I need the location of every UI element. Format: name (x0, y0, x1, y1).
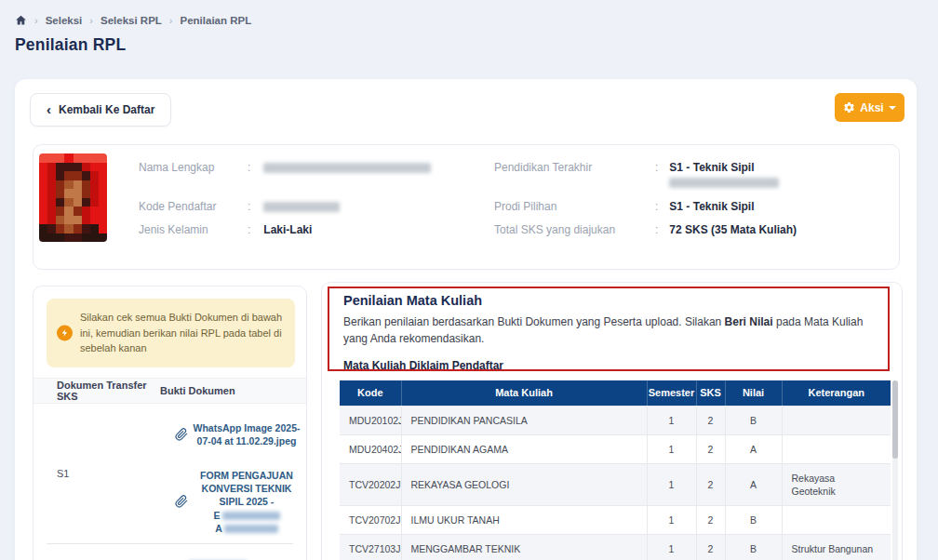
table-cell: B (725, 535, 782, 560)
breadcrumb-separator: › (89, 15, 93, 26)
redacted-value (222, 512, 280, 520)
table-cell: 1 (647, 506, 696, 535)
header-sks: SKS (696, 380, 725, 406)
table-cell: TCV20702J (340, 506, 401, 535)
table-cell: A (725, 434, 782, 463)
table-cell (782, 506, 891, 535)
table-scrollbar[interactable] (892, 380, 898, 560)
info-alert: Silakan cek semua Bukti Dokumen di bawah… (47, 299, 295, 367)
table-cell: 2 (696, 434, 725, 463)
table-cell: B (725, 406, 782, 434)
aksi-button-label: Aksi (860, 101, 883, 114)
assessment-panel: Penilaian Mata Kuliah Berikan penilaian … (321, 282, 903, 560)
table-cell: TCV27103J (340, 535, 401, 560)
table-cell: Struktur Bangunan (782, 535, 891, 560)
breadcrumb-separator: › (169, 15, 173, 26)
header-nilai: Nilai (725, 380, 782, 406)
divider (47, 543, 293, 544)
table-row: MDU20102JPENDIDIKAN PANCASILA12B (340, 406, 891, 434)
home-icon[interactable] (15, 14, 27, 26)
table-cell: 2 (696, 535, 725, 560)
breadcrumb-item-current: Penilaian RPL (181, 15, 252, 26)
table-cell: 1 (647, 463, 696, 505)
field-prodi-pilihan: Prodi Pilihan : S1 - Teknik Sipil (494, 200, 754, 213)
table-row: TCV20202JREKAYASA GEOLOGI12ARekayasa Geo… (340, 463, 891, 505)
table-cell: 2 (696, 406, 725, 434)
table-row: MDU20402JPENDIDIKAN AGAMA12A (340, 434, 891, 463)
scrollbar-thumb[interactable] (892, 380, 898, 459)
field-pendidikan-terakhir: Pendidikan Terakhir : S1 - Teknik Sipil (494, 161, 779, 188)
redacted-value (224, 525, 278, 533)
document-link-whatsapp-image[interactable]: WhatsApp Image 2025-07-04 at 11.02.29.jp… (175, 421, 302, 447)
lightbulb-icon (57, 325, 73, 340)
table-cell: 1 (647, 434, 696, 463)
field-kode-pendaftar: Kode Pendaftar : (139, 200, 340, 213)
table-cell: ILMU UKUR TANAH (401, 506, 647, 535)
document-link-label: FORM PENGAJUAN KONVERSI TEKNIK SIPIL 202… (192, 469, 302, 535)
documents-panel: Silakan cek semua Bukti Dokumen di bawah… (33, 286, 307, 560)
header-semester: Semester (647, 380, 696, 406)
assessment-title: Penilaian Mata Kuliah (343, 293, 482, 308)
applicant-profile-card: Nama Lengkap : Kode Pendaftar : Jenis Ke… (33, 144, 900, 270)
penilaian-rpl-page: › Seleksi › Seleksi RPL › Penilaian RPL … (0, 0, 938, 560)
document-link-label: WhatsApp Image 2025-07-04 at 11.02.29.jp… (192, 421, 302, 447)
paperclip-icon (175, 495, 188, 508)
chevron-left-icon: ‹ (47, 102, 51, 116)
table-cell: 1 (647, 406, 696, 434)
transfer-level-label: S1 (57, 468, 69, 479)
table-cell: A (725, 463, 782, 505)
header-kode: Kode (340, 380, 401, 406)
content-card: ‹ Kembali Ke Daftar Aksi Nama Lengkap : … (15, 79, 917, 560)
gear-icon (843, 101, 855, 113)
table-cell: 2 (696, 463, 725, 505)
table-cell: REKAYASA GEOLOGI (401, 463, 647, 505)
redacted-value (263, 163, 431, 173)
table-cell: MENGGAMBAR TEKNIK (401, 535, 647, 560)
redacted-value (669, 178, 779, 188)
table-cell: MDU20402J (340, 434, 401, 463)
table-row: TCV20702JILMU UKUR TANAH12B (340, 506, 891, 535)
chevron-down-icon (889, 106, 896, 110)
header-keterangan: Keterangan (782, 380, 891, 406)
table-cell (782, 434, 891, 463)
redacted-value (263, 202, 340, 212)
assessment-description: Berikan penilaian berdasarkan Bukti Doku… (343, 313, 876, 347)
field-total-sks: Total SKS yang diajukan : 72 SKS (35 Mat… (494, 223, 797, 236)
table-cell: PENDIDIKAN AGAMA (401, 434, 647, 463)
partial-next-row (188, 556, 248, 560)
documents-table-header: Dokumen Transfer SKS Bukti Dokumen (34, 378, 306, 404)
breadcrumb-separator: › (34, 15, 38, 26)
paperclip-icon (175, 428, 188, 441)
breadcrumb: › Seleksi › Seleksi RPL › Penilaian RPL (15, 14, 251, 26)
course-table-wrap: Kode Mata Kuliah Semester SKS Nilai Kete… (340, 380, 891, 560)
table-cell: Rekayasa Geoteknik (782, 463, 891, 505)
applicant-photo (39, 153, 107, 242)
table-cell: 2 (696, 506, 725, 535)
claimed-courses-subtitle: Mata Kuliah Diklaim Pendaftar (343, 359, 503, 372)
field-jenis-kelamin: Jenis Kelamin : Laki-Laki (139, 223, 312, 236)
table-cell: 1 (647, 535, 696, 560)
table-cell: MDU20102J (340, 406, 401, 434)
table-header-row: Kode Mata Kuliah Semester SKS Nilai Kete… (340, 380, 891, 406)
table-cell: B (725, 506, 782, 535)
course-table: Kode Mata Kuliah Semester SKS Nilai Kete… (340, 380, 891, 560)
table-row: TCV27103JMENGGAMBAR TEKNIK12BStruktur Ba… (340, 535, 891, 560)
breadcrumb-item-seleksi[interactable]: Seleksi (46, 15, 83, 26)
column-dokumen-transfer: Dokumen Transfer SKS (34, 380, 160, 402)
course-table-body: MDU20102JPENDIDIKAN PANCASILA12BMDU20402… (340, 406, 891, 560)
table-cell: TCV20202J (340, 463, 401, 505)
page-title: Penilaian RPL (15, 35, 126, 55)
aksi-button[interactable]: Aksi (835, 93, 904, 122)
header-mata-kuliah: Mata Kuliah (401, 380, 647, 406)
back-button-label: Kembali Ke Daftar (59, 103, 154, 116)
document-link-form-pengajuan[interactable]: FORM PENGAJUAN KONVERSI TEKNIK SIPIL 202… (175, 469, 302, 535)
column-bukti-dokumen: Bukti Dokumen (160, 385, 235, 396)
table-cell: PENDIDIKAN PANCASILA (401, 406, 647, 434)
field-nama-lengkap: Nama Lengkap : (139, 161, 431, 174)
alert-text: Silakan cek semua Bukti Dokumen di bawah… (80, 312, 282, 353)
breadcrumb-item-seleksi-rpl[interactable]: Seleksi RPL (100, 15, 162, 26)
table-cell (782, 406, 891, 434)
back-to-list-button[interactable]: ‹ Kembali Ke Daftar (30, 93, 171, 127)
